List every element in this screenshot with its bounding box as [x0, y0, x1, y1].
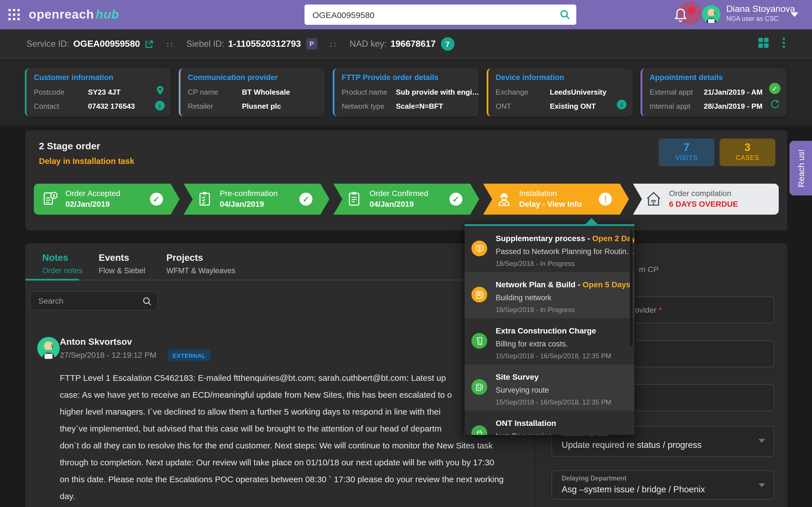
tab-events[interactable]: Events Flow & Siebel [99, 252, 145, 275]
task-description: Billing for extra costs. [496, 340, 568, 348]
openreach-logo: openreachhub [29, 7, 119, 22]
order-stage-tracker: Order Accepted02/Jan/2019 ✓ Pre-confirma… [34, 184, 779, 215]
task-title: Extra Construction Charge [496, 326, 596, 335]
task-description: Building network [496, 293, 552, 302]
info-cards-strip: Customer information PostcodeSY23 4JT Co… [0, 59, 812, 126]
chevron-down-icon[interactable] [791, 12, 799, 17]
visits-count: 7 [659, 142, 714, 154]
note-body-text: FTTP Level 1 Escalation C5462183: E-mail… [60, 370, 528, 505]
stage-date: 02/Jan/2019 [65, 200, 120, 209]
more-options-icon[interactable] [780, 38, 787, 48]
top-navigation-bar: openreachhub Diana Stoyanova NGA user as… [0, 0, 812, 29]
tab-title: Notes [42, 252, 83, 263]
card-device-information: Device information ExchangeLeedsUniversi… [487, 68, 633, 117]
notes-search-input[interactable] [31, 292, 157, 310]
task-dates: 18/Sep/2018 - In Progress [496, 306, 574, 314]
stage-order-compilation[interactable]: Order compilation6 DAYS OVERDUE [633, 184, 779, 215]
grid-dots-icon [8, 8, 20, 21]
note-line: day. [60, 488, 528, 505]
note-author-name: Anton Skvortsov [60, 337, 132, 347]
reach-us-tab[interactable]: Reach us! [790, 141, 812, 195]
stage-title: Order Accepted [65, 189, 120, 198]
order-delay-subtitle: Delay in Installation task [39, 157, 134, 166]
order-type-title: 2 Stage order [39, 141, 100, 152]
user-name: Diana Stoyanova [726, 4, 795, 14]
stage-delay-link[interactable]: Delay - View Info [519, 200, 582, 209]
stage-warning-icon: ! [599, 193, 612, 206]
stage-check-icon: ✓ [449, 193, 462, 206]
visits-badge[interactable]: 7 VISITS [659, 138, 714, 166]
task-item-supplementary-process[interactable]: Supplementary process -Open 2 Days Passe… [465, 226, 635, 272]
stage-check-icon: ✓ [150, 193, 163, 206]
refresh-icon[interactable] [770, 99, 780, 110]
search-icon[interactable] [559, 9, 571, 20]
field-label: Exchange [496, 88, 550, 96]
global-search-input[interactable] [305, 4, 576, 25]
field-value: LeedsUniversity [550, 88, 606, 96]
form-header-fragment: m CP [639, 265, 659, 274]
delaying-department-select[interactable]: Delaying Department Asg –system issue / … [552, 470, 774, 500]
stage-installation[interactable]: InstallationDelay - View Info ! [483, 184, 629, 215]
card-title: Appointment details [642, 68, 786, 82]
field-label: ONT [496, 102, 550, 110]
field-value: Asg –system issue / bridge / Phoenix [562, 485, 705, 495]
app-launcher-icon[interactable] [8, 8, 20, 21]
task-item-extra-construction-charge[interactable]: £ Extra Construction Charge Billing for … [465, 318, 635, 364]
field-value: 07432 176543 [88, 102, 135, 110]
field-label: Postcode [34, 88, 88, 96]
billing-receipt-icon: £ [471, 333, 487, 349]
tab-subtitle: Flow & Siebel [99, 267, 145, 275]
monitor-gear-icon [471, 240, 487, 256]
note-line: FTTP Level 1 Escalation C5462183: E-mail… [60, 370, 528, 386]
field-label: Delaying Department [562, 475, 626, 482]
stage-order-accepted[interactable]: Order Accepted02/Jan/2019 ✓ [34, 184, 180, 215]
user-role: NGA user as CSC [726, 15, 795, 22]
task-title: Site Survey [496, 372, 539, 381]
search-icon[interactable] [142, 296, 152, 306]
task-open-days: Open 2 Days [592, 234, 635, 243]
info-icon[interactable]: i [155, 101, 165, 110]
tab-title: Projects [166, 252, 236, 263]
grid-view-icon[interactable] [758, 37, 769, 48]
field-label: Network type [342, 102, 396, 110]
tab-projects[interactable]: Projects WFMT & Wayleaves [166, 252, 236, 275]
stage-pre-confirmation[interactable]: Pre-confirmation04/Jan/2019 ✓ [184, 184, 329, 215]
task-item-site-survey[interactable]: Site Survey Surveying route 15/Sep/2018 … [465, 364, 635, 411]
stage-order-confirmed[interactable]: Order Confirmed04/Jan/2019 ✓ [333, 184, 479, 215]
active-tab-underline [26, 279, 79, 281]
note-line: they`ve implemented, but advised that th… [60, 420, 528, 437]
user-avatar[interactable] [702, 5, 721, 24]
field-value: Update required re status / progress [562, 440, 702, 450]
service-id-value: OGEA00959580 [73, 39, 140, 49]
card-communication-provider: Communication provider CP nameBT Wholesa… [179, 68, 325, 117]
field-value: 21/Jan/2019 - AM [704, 88, 763, 96]
stage-date: 04/Jan/2019 [220, 200, 277, 209]
order-progress-panel: 2 Stage order Delay in Installation task… [26, 130, 787, 230]
provider-label-fragment: ovider* [635, 305, 662, 314]
user-menu[interactable]: Diana Stoyanova NGA user as CSC [726, 4, 795, 22]
field-value: Sub provide with engi… [396, 88, 479, 96]
notifications-button[interactable] [670, 1, 704, 28]
notes-panel: Notes Order notes Events Flow & Siebel P… [26, 243, 534, 507]
field-value: Plusnet plc [242, 102, 281, 110]
dropdown-scrollbar-thumb[interactable] [630, 230, 633, 346]
visits-label: VISITS [659, 154, 714, 161]
stage-date: 04/Jan/2019 [369, 200, 428, 209]
tabs-divider [26, 279, 534, 281]
stage-title: Pre-confirmation [220, 189, 277, 198]
task-dates: 15/Sep/2018 - 16/Sep/2018, 12:35 PM [496, 352, 611, 360]
cases-badge[interactable]: 3 CASES [719, 138, 775, 166]
note-line: through to completion. Next update: Our … [60, 454, 528, 471]
info-icon[interactable]: i [617, 100, 626, 109]
service-summary-bar: Service ID: OGEA00959580 :: Siebel ID: 1… [0, 29, 812, 59]
location-pin-icon[interactable] [156, 85, 165, 96]
task-item-network-plan-build[interactable]: Network Plan & Build -Open 5 Days Buildi… [465, 272, 635, 318]
task-item-ont-installation[interactable]: ONT Installation Installing service [465, 411, 635, 435]
separator: :: [166, 40, 174, 48]
field-label: CP name [188, 88, 242, 96]
tab-notes[interactable]: Notes Order notes [42, 252, 83, 275]
external-link-icon[interactable] [144, 39, 154, 49]
plug-icon [471, 425, 487, 435]
stage-title: Order compilation [669, 189, 738, 198]
note-external-badge: EXTERNAL [168, 350, 210, 361]
